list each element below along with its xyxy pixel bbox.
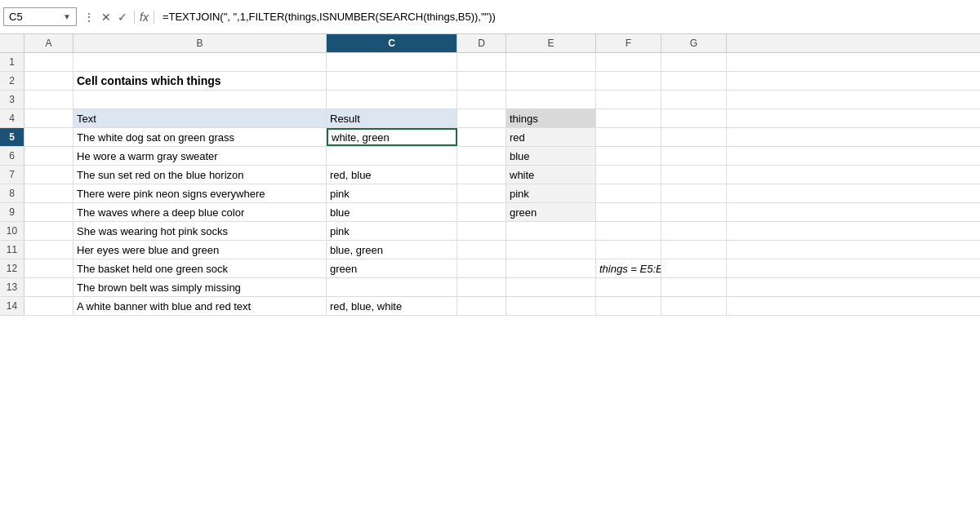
confirm-icon[interactable]: ✓ <box>118 11 127 24</box>
cell-c8[interactable]: pink <box>327 184 457 202</box>
col-header-b[interactable]: B <box>74 34 327 52</box>
cell-f3[interactable] <box>596 91 662 109</box>
cell-g10[interactable] <box>662 222 727 240</box>
cell-a9[interactable] <box>24 203 74 221</box>
cell-f8[interactable] <box>596 184 662 202</box>
cell-a1[interactable] <box>24 53 74 71</box>
cell-c7[interactable]: red, blue <box>327 166 457 184</box>
cell-e3[interactable] <box>506 91 596 109</box>
cell-c4[interactable]: Result <box>327 109 457 127</box>
cell-d2[interactable] <box>457 72 506 90</box>
cell-e11[interactable] <box>506 241 596 259</box>
cell-c12[interactable]: green <box>327 259 457 277</box>
cell-g13[interactable] <box>662 278 727 296</box>
cell-a6[interactable] <box>24 147 74 165</box>
cell-e6[interactable]: blue <box>506 147 596 165</box>
cell-e7[interactable]: white <box>506 166 596 184</box>
cell-e8[interactable]: pink <box>506 184 596 202</box>
cell-b7[interactable]: The sun set red on the blue horizon <box>74 166 327 184</box>
cell-f14[interactable] <box>596 297 662 315</box>
cancel-icon[interactable]: ✕ <box>101 11 111 24</box>
col-header-c[interactable]: C <box>327 34 457 52</box>
cell-d7[interactable] <box>457 166 506 184</box>
cell-f2[interactable] <box>596 72 662 90</box>
cell-g4[interactable] <box>662 109 727 127</box>
cell-a2[interactable] <box>24 72 74 90</box>
cell-f12[interactable]: things = E5:E9 <box>596 259 662 277</box>
cell-b4[interactable]: Text <box>74 109 327 127</box>
cell-g5[interactable] <box>662 128 727 146</box>
cell-d5[interactable] <box>457 128 506 146</box>
cell-f9[interactable] <box>596 203 662 221</box>
cell-b14[interactable]: A white banner with blue and red text <box>74 297 327 315</box>
cell-g1[interactable] <box>662 53 727 71</box>
cell-d3[interactable] <box>457 91 506 109</box>
cell-b8[interactable]: There were pink neon signs everywhere <box>74 184 327 202</box>
cell-f10[interactable] <box>596 222 662 240</box>
cell-c2[interactable] <box>327 72 457 90</box>
cell-e14[interactable] <box>506 297 596 315</box>
cell-e13[interactable] <box>506 278 596 296</box>
cell-f5[interactable] <box>596 128 662 146</box>
cell-d6[interactable] <box>457 147 506 165</box>
cell-c9[interactable]: blue <box>327 203 457 221</box>
cell-g2[interactable] <box>662 72 727 90</box>
cell-e10[interactable] <box>506 222 596 240</box>
cell-d12[interactable] <box>457 259 506 277</box>
cell-a13[interactable] <box>24 278 74 296</box>
cell-d11[interactable] <box>457 241 506 259</box>
cell-e2[interactable] <box>506 72 596 90</box>
cell-g12[interactable] <box>662 259 727 277</box>
cell-b11[interactable]: Her eyes were blue and green <box>74 241 327 259</box>
formula-input[interactable] <box>158 9 977 24</box>
cell-a8[interactable] <box>24 184 74 202</box>
cell-a14[interactable] <box>24 297 74 315</box>
cell-c13[interactable] <box>327 278 457 296</box>
cell-e12[interactable] <box>506 259 596 277</box>
cell-a10[interactable] <box>24 222 74 240</box>
cell-f6[interactable] <box>596 147 662 165</box>
cell-d8[interactable] <box>457 184 506 202</box>
cell-g6[interactable] <box>662 147 727 165</box>
cell-c1[interactable] <box>327 53 457 71</box>
cell-f11[interactable] <box>596 241 662 259</box>
cell-d4[interactable] <box>457 109 506 127</box>
cell-b12[interactable]: The basket held one green sock <box>74 259 327 277</box>
cell-g7[interactable] <box>662 166 727 184</box>
col-header-f[interactable]: F <box>596 34 662 52</box>
cell-g11[interactable] <box>662 241 727 259</box>
cell-d10[interactable] <box>457 222 506 240</box>
cell-e5[interactable]: red <box>506 128 596 146</box>
cell-c10[interactable]: pink <box>327 222 457 240</box>
cell-a3[interactable] <box>24 91 74 109</box>
cell-a12[interactable] <box>24 259 74 277</box>
cell-b10[interactable]: She was wearing hot pink socks <box>74 222 327 240</box>
cell-g3[interactable] <box>662 91 727 109</box>
cell-c14[interactable]: red, blue, white <box>327 297 457 315</box>
cell-c3[interactable] <box>327 91 457 109</box>
cell-c6[interactable] <box>327 147 457 165</box>
cell-d1[interactable] <box>457 53 506 71</box>
cell-e9[interactable]: green <box>506 203 596 221</box>
cell-d9[interactable] <box>457 203 506 221</box>
col-header-g[interactable]: G <box>662 34 727 52</box>
cell-b13[interactable]: The brown belt was simply missing <box>74 278 327 296</box>
cell-a5[interactable] <box>24 128 74 146</box>
cell-b1[interactable] <box>74 53 327 71</box>
cell-b6[interactable]: He wore a warm gray sweater <box>74 147 327 165</box>
cell-d14[interactable] <box>457 297 506 315</box>
cell-a4[interactable] <box>24 109 74 127</box>
cell-f13[interactable] <box>596 278 662 296</box>
cell-g8[interactable] <box>662 184 727 202</box>
cell-f4[interactable] <box>596 109 662 127</box>
cell-f1[interactable] <box>596 53 662 71</box>
cell-c5[interactable]: white, green <box>327 128 457 146</box>
cell-e4[interactable]: things <box>506 109 596 127</box>
cell-b3[interactable] <box>74 91 327 109</box>
col-header-d[interactable]: D <box>457 34 506 52</box>
cell-b9[interactable]: The waves where a deep blue color <box>74 203 327 221</box>
cell-e1[interactable] <box>506 53 596 71</box>
cell-d13[interactable] <box>457 278 506 296</box>
cell-b5[interactable]: The white dog sat on green grass <box>74 128 327 146</box>
col-header-a[interactable]: A <box>24 34 74 52</box>
